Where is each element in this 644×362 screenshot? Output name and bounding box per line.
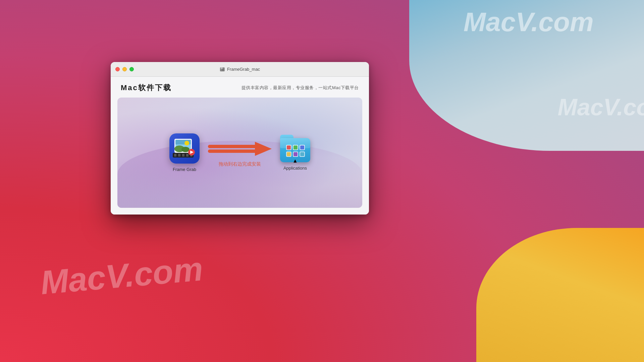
svg-rect-30 bbox=[300, 145, 304, 149]
svg-rect-32 bbox=[293, 152, 298, 156]
arrow-container: 拖动到右边完成安装 bbox=[206, 138, 273, 167]
header-title: Mac软件下载 bbox=[121, 83, 172, 93]
title-bar: FrameGrab_mac bbox=[111, 62, 369, 77]
svg-rect-29 bbox=[293, 145, 298, 149]
disk-icon bbox=[220, 67, 225, 72]
svg-rect-1 bbox=[221, 67, 223, 69]
applications-folder-label: Applications bbox=[283, 166, 307, 171]
svg-rect-11 bbox=[174, 154, 176, 157]
install-instruction: 拖动到右边完成安装 bbox=[219, 161, 261, 167]
svg-rect-12 bbox=[178, 154, 180, 157]
traffic-lights bbox=[115, 67, 134, 71]
installer-drag-area[interactable]: Frame Grab 拖动到右边完成安装 bbox=[117, 98, 362, 208]
cursor: ▲ bbox=[292, 158, 298, 164]
app-name-label: Frame Grab bbox=[173, 167, 196, 172]
framegrab-icon-svg bbox=[173, 138, 196, 159]
applications-folder-icon: ▲ bbox=[280, 135, 310, 162]
window-header: Mac软件下载 提供丰富内容，最新应用，专业服务，一站式Mac下载平台 bbox=[111, 77, 369, 98]
framegrab-app-icon bbox=[169, 133, 200, 164]
applications-folder-container: ▲ Applications bbox=[280, 135, 310, 171]
svg-marker-20 bbox=[255, 142, 272, 156]
drag-content: Frame Grab 拖动到右边完成安装 bbox=[169, 133, 310, 172]
close-button[interactable] bbox=[115, 67, 120, 71]
svg-rect-33 bbox=[300, 152, 304, 156]
svg-point-7 bbox=[184, 141, 189, 145]
app-icon-container: Frame Grab bbox=[169, 133, 200, 172]
header-subtitle: 提供丰富内容，最新应用，专业服务，一站式Mac下载平台 bbox=[241, 85, 359, 91]
app-icon-inner bbox=[172, 136, 197, 161]
window-title-text: FrameGrab_mac bbox=[227, 67, 260, 72]
svg-rect-14 bbox=[186, 154, 189, 157]
maximize-button[interactable] bbox=[129, 67, 134, 71]
window-content: Mac软件下载 提供丰富内容，最新应用，专业服务，一站式Mac下载平台 bbox=[111, 77, 369, 215]
installer-window: FrameGrab_mac Mac软件下载 提供丰富内容，最新应用，专业服务，一… bbox=[111, 62, 369, 215]
window-title-area: FrameGrab_mac bbox=[220, 67, 260, 72]
svg-point-3 bbox=[223, 69, 223, 70]
minimize-button[interactable] bbox=[122, 67, 127, 71]
svg-rect-31 bbox=[287, 152, 291, 156]
svg-rect-28 bbox=[287, 145, 291, 149]
drag-arrow-svg bbox=[206, 138, 273, 159]
svg-rect-13 bbox=[182, 154, 184, 157]
